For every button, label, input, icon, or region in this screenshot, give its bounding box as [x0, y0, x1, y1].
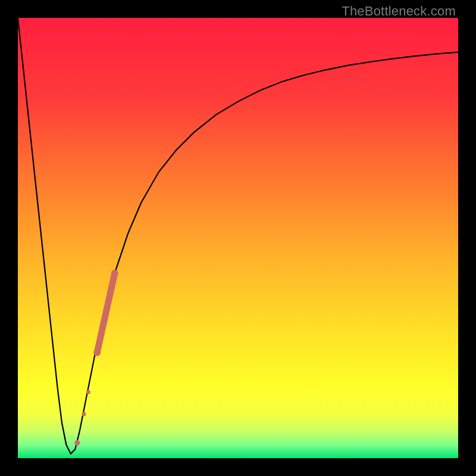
curve-layer [18, 18, 458, 458]
highlight-dot [111, 270, 118, 277]
chart-frame: TheBottleneck.com [0, 0, 476, 476]
highlight-dot [74, 440, 80, 446]
watermark-text: TheBottleneck.com [342, 4, 456, 19]
highlight-dot [86, 390, 90, 394]
highlight-dot [93, 349, 101, 356]
highlight-segment [97, 273, 115, 352]
plot-area [18, 18, 458, 458]
bottleneck-curve [18, 18, 458, 454]
highlight-dot [82, 412, 86, 416]
